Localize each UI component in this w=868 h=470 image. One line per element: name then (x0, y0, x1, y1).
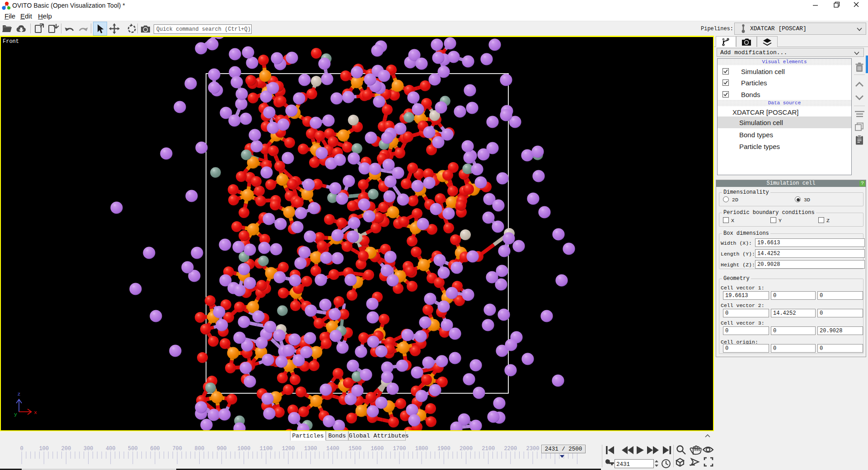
svg-text:z: z (18, 391, 21, 397)
svg-text:100: 100 (39, 446, 49, 452)
svg-text:700: 700 (172, 446, 182, 452)
svg-text:x: x (34, 410, 37, 415)
svg-text:y: y (14, 411, 17, 417)
svg-text:2431: 2431 (616, 461, 630, 468)
svg-text:200: 200 (61, 446, 71, 452)
svg-text:1300: 1300 (304, 446, 317, 452)
svg-text:1900: 1900 (437, 446, 450, 452)
svg-text:2100: 2100 (482, 446, 495, 452)
svg-text:2200: 2200 (504, 446, 517, 452)
svg-text:1200: 1200 (282, 446, 295, 452)
svg-text:0: 0 (20, 446, 23, 452)
svg-text:2000: 2000 (460, 446, 473, 452)
svg-text:1100: 1100 (259, 446, 272, 452)
svg-text:1600: 1600 (371, 446, 384, 452)
svg-text:2300: 2300 (526, 446, 540, 452)
svg-text:300: 300 (84, 446, 94, 452)
svg-text:1000: 1000 (237, 446, 250, 452)
svg-text:1400: 1400 (326, 446, 339, 452)
svg-text:600: 600 (150, 446, 160, 452)
svg-text:400: 400 (106, 446, 116, 452)
svg-text:500: 500 (128, 446, 138, 452)
svg-text:1800: 1800 (415, 446, 428, 452)
svg-text:800: 800 (195, 446, 205, 452)
svg-text:1500: 1500 (348, 446, 361, 452)
svg-text:1700: 1700 (393, 446, 406, 452)
svg-text:900: 900 (217, 446, 227, 452)
